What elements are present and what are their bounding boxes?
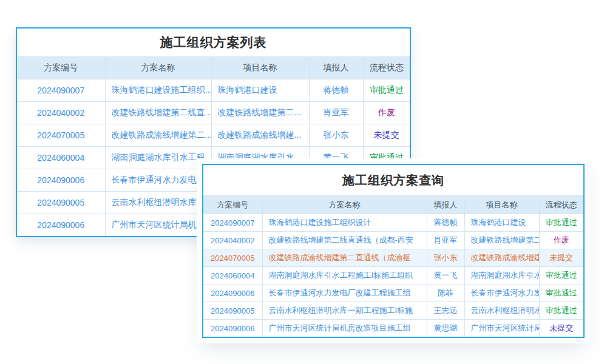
cell-status: 审批通过 [539,285,583,302]
table-row[interactable]: 2024070005 改建铁路成渝线增建第二直通线（成渝枢 张小东 改建铁路成渝… [203,249,583,267]
cell-plan-id: 2024090006 [17,214,105,237]
table-row[interactable]: 2024090007 珠海鹤港口建设施工组织设计 蒋德帧 珠海鹤港口建设 审批通… [203,214,583,232]
table-row[interactable]: 2024090007 珠海鹤港口建设施工组织... 珠海鹤港口建设 蒋德帧 审批… [17,79,410,102]
cell-plan-id: 2024040002 [203,232,262,249]
cell-plan-id: 2024070005 [17,124,105,147]
cell-plan-name: 广州市天河区统计局机房改造项目施工组 [262,320,427,337]
cell-project-name: 改建铁路线增建第二... [211,102,309,124]
cell-plan-name: 湖南洞庭湖水库引水工程施工I标施工组织 [262,267,427,285]
cell-plan-id: 2024060004 [17,147,105,169]
cell-reporter: 张小东 [427,249,464,267]
cell-status: 审批通过 [539,267,583,285]
cell-reporter: 肖亚军 [309,102,363,124]
cell-plan-name: 改建铁路线增建第二线直通线（成都-西安 [262,232,427,249]
cell-plan-name: 珠海鹤港口建设施工组织... [105,79,211,102]
cell-plan-name: 珠海鹤港口建设施工组织设计 [262,214,427,232]
column-header-project-name: 项目名称 [211,57,309,79]
cell-reporter: 肖亚军 [427,232,464,249]
cell-plan-name: 长春市伊通河水力发电厂... [105,169,211,192]
cell-plan-name: 云南水利枢纽潜明水库一期工程施工I标施 [262,302,427,320]
page-title: 施工组织方案列表 [17,29,410,56]
table-row[interactable]: 2024060004 湖南洞庭湖水库引水工程施工I标施工组织 黄一飞 湖南洞庭湖… [203,267,583,285]
cell-plan-id: 2024090007 [203,214,262,232]
cell-reporter: 陈菲 [427,285,464,302]
cell-status: 审批通过 [539,214,583,232]
cell-plan-name: 广州市天河区统计局机房... [105,214,211,237]
cell-plan-name: 改建铁路成渝线增建第二直通线（成渝枢 [262,249,427,267]
column-header-reporter: 填报人 [309,57,363,79]
cell-status: 作废 [539,232,583,249]
cell-plan-id: 2024070005 [203,249,262,267]
cell-status: 审批通过 [539,302,583,320]
cell-project-name: 广州市天河区统计局机房 [464,320,539,337]
cell-plan-id: 2024090006 [203,320,262,337]
cell-project-name: 云南水利枢纽潜明水库 [464,302,539,320]
cell-plan-id: 2024040002 [17,102,105,124]
column-header-status: 流程状态 [363,57,410,79]
table-row[interactable]: 2024070005 改建铁路成渝线增建第二... 改建铁路成渝线增建... 张… [17,124,410,147]
cell-project-name: 湖南洞庭湖水库引水工程 [464,267,539,285]
column-header-plan-name: 方案名称 [262,196,427,214]
cell-plan-name: 湖南洞庭湖水库引水工程... [105,147,211,169]
cell-status: 未提交 [539,320,583,337]
cell-plan-name: 云南水利枢纽潜明水库一... [105,192,211,214]
cell-reporter: 张小东 [309,124,363,147]
plan-query-table: 方案编号 方案名称 填报人 项目名称 流程状态 2024090007 珠海鹤港口… [203,195,583,337]
column-header-status: 流程状态 [539,196,583,214]
cell-status: 审批通过 [363,79,410,102]
cell-project-name: 改建铁路成渝线增建第二 [464,249,539,267]
cell-reporter: 蒋德帧 [427,214,464,232]
cell-plan-id: 2024090006 [203,285,262,302]
cell-plan-id: 2024090005 [203,302,262,320]
column-header-plan-id: 方案编号 [17,57,105,79]
table-row[interactable]: 2024040002 改建铁路线增建第二线直... 改建铁路线增建第二... 肖… [17,102,410,124]
cell-status: 未提交 [363,124,410,147]
cell-reporter: 黄一飞 [427,267,464,285]
cell-project-name: 珠海鹤港口建设 [211,79,309,102]
cell-plan-name: 长春市伊通河水力发电厂改建工程施工组 [262,285,427,302]
table-row[interactable]: 2024090006 广州市天河区统计局机房改造项目施工组 黄思璐 广州市天河区… [203,320,583,337]
cell-project-name: 长春市伊通河水力发电厂 [464,285,539,302]
column-header-reporter: 填报人 [427,196,464,214]
page-title: 施工组织方案查询 [203,165,583,195]
column-header-plan-id: 方案编号 [203,196,262,214]
cell-project-name: 珠海鹤港口建设 [464,214,539,232]
table-header-row: 方案编号 方案名称 项目名称 填报人 流程状态 [17,57,410,79]
cell-plan-id: 2024090005 [17,192,105,214]
cell-status: 未提交 [539,249,583,267]
cell-reporter: 王志远 [427,302,464,320]
plan-query-window: 施工组织方案查询 方案编号 方案名称 填报人 项目名称 流程状态 2024090… [202,164,585,338]
cell-plan-id: 2024090007 [17,79,105,102]
cell-reporter: 黄思璐 [427,320,464,337]
cell-reporter: 蒋德帧 [309,79,363,102]
cell-status: 作废 [363,102,410,124]
cell-plan-name: 改建铁路线增建第二线直... [105,102,211,124]
table-header-row: 方案编号 方案名称 填报人 项目名称 流程状态 [203,196,583,214]
cell-plan-id: 2024090006 [17,169,105,192]
column-header-plan-name: 方案名称 [105,57,211,79]
cell-plan-name: 改建铁路成渝线增建第二... [105,124,211,147]
cell-project-name: 改建铁路成渝线增建... [211,124,309,147]
column-header-project-name: 项目名称 [464,196,539,214]
table-row[interactable]: 2024040002 改建铁路线增建第二线直通线（成都-西安 肖亚军 改建铁路线… [203,232,583,249]
cell-plan-id: 2024060004 [203,267,262,285]
table-row[interactable]: 2024090006 长春市伊通河水力发电厂改建工程施工组 陈菲 长春市伊通河水… [203,285,583,302]
cell-project-name: 改建铁路线增建第二线 [464,232,539,249]
table-row[interactable]: 2024090005 云南水利枢纽潜明水库一期工程施工I标施 王志远 云南水利枢… [203,302,583,320]
